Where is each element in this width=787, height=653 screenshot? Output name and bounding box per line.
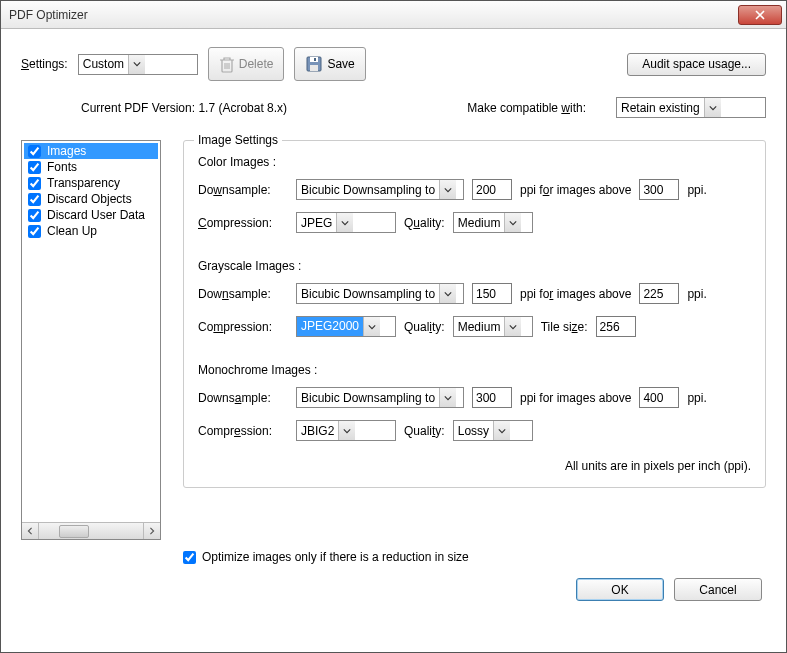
units-note: All units are in pixels per inch (ppi).: [198, 459, 751, 473]
sidebar-check-fonts[interactable]: [28, 161, 41, 174]
gray-quality-dropdown[interactable]: Medium: [453, 316, 533, 337]
window-title: PDF Optimizer: [9, 8, 738, 22]
delete-label: Delete: [239, 57, 274, 71]
color-compression-dropdown[interactable]: JPEG: [296, 212, 396, 233]
sidebar-check-discard-user-data[interactable]: [28, 209, 41, 222]
cancel-button[interactable]: Cancel: [674, 578, 762, 601]
gray-tile-input[interactable]: [596, 316, 636, 337]
gray-quality-label: Quality:: [404, 320, 445, 334]
ppi-text: ppi for images above: [520, 287, 631, 301]
gray-compression-dropdown[interactable]: JPEG2000: [296, 316, 396, 337]
svg-rect-2: [310, 65, 318, 71]
settings-dropdown[interactable]: Custom: [78, 54, 198, 75]
save-button[interactable]: Save: [294, 47, 365, 81]
gray-ppi-input[interactable]: [472, 283, 512, 304]
color-quality-label: Quality:: [404, 216, 445, 230]
sidebar-check-transparency[interactable]: [28, 177, 41, 190]
delete-button[interactable]: Delete: [208, 47, 285, 81]
dropdown-value: Medium: [454, 320, 505, 334]
sidebar-item-label: Images: [47, 144, 86, 158]
scroll-right-icon[interactable]: [143, 523, 160, 539]
ok-button[interactable]: OK: [576, 578, 664, 601]
compat-label: Make compatible with:: [467, 101, 586, 115]
gray-above-input[interactable]: [639, 283, 679, 304]
titlebar: PDF Optimizer: [1, 1, 786, 29]
mono-compression-label: Compression:: [198, 424, 288, 438]
chevron-down-icon: [704, 98, 721, 117]
gray-compression-label: Compression:: [198, 320, 288, 334]
close-icon: [755, 10, 765, 20]
color-quality-dropdown[interactable]: Medium: [453, 212, 533, 233]
settings-value: Custom: [79, 57, 128, 71]
close-button[interactable]: [738, 5, 782, 25]
dropdown-value: JBIG2: [297, 424, 338, 438]
scroll-thumb[interactable]: [59, 525, 89, 538]
ppi-suffix: ppi.: [687, 183, 706, 197]
chevron-down-icon: [338, 421, 355, 440]
audit-label: Audit space usage...: [642, 57, 751, 71]
dropdown-value: Medium: [454, 216, 505, 230]
dropdown-value: Bicubic Downsampling to: [297, 183, 439, 197]
dropdown-value: Lossy: [454, 424, 493, 438]
chevron-down-icon: [439, 388, 456, 407]
chevron-down-icon: [336, 213, 353, 232]
dropdown-value: JPEG: [297, 216, 336, 230]
sidebar-check-images[interactable]: [28, 145, 41, 158]
pdf-version-label: Current PDF Version: 1.7 (Acrobat 8.x): [81, 101, 287, 115]
chevron-down-icon: [439, 284, 456, 303]
content-area: Settings: Custom Delete Save Audit space…: [1, 29, 786, 652]
sidebar-check-clean-up[interactable]: [28, 225, 41, 238]
pdf-optimizer-window: PDF Optimizer Settings: Custom Delete Sa…: [0, 0, 787, 653]
trash-icon: [219, 55, 235, 73]
settings-label: Settings:: [21, 57, 68, 71]
optimize-only-reduction-checkbox[interactable]: [183, 551, 196, 564]
chevron-down-icon: [439, 180, 456, 199]
compat-value: Retain existing: [617, 101, 704, 115]
sidebar-item-label: Clean Up: [47, 224, 97, 238]
tile-size-label: Tile size:: [541, 320, 588, 334]
sidebar-item-label: Transparency: [47, 176, 120, 190]
category-list[interactable]: Images Fonts Transparency Discard Object…: [21, 140, 161, 540]
sidebar-item-discard-user-data[interactable]: Discard User Data: [24, 207, 158, 223]
color-above-input[interactable]: [639, 179, 679, 200]
sidebar-hscroll[interactable]: [22, 522, 160, 539]
chevron-down-icon: [363, 317, 380, 336]
sidebar-item-images[interactable]: Images: [24, 143, 158, 159]
color-compression-label: Compression:: [198, 216, 288, 230]
dropdown-value: Bicubic Downsampling to: [297, 391, 439, 405]
mono-downsample-dropdown[interactable]: Bicubic Downsampling to: [296, 387, 464, 408]
cancel-label: Cancel: [699, 583, 736, 597]
mono-quality-label: Quality:: [404, 424, 445, 438]
gray-downsample-dropdown[interactable]: Bicubic Downsampling to: [296, 283, 464, 304]
compat-dropdown[interactable]: Retain existing: [616, 97, 766, 118]
svg-rect-3: [314, 58, 316, 61]
sidebar-item-clean-up[interactable]: Clean Up: [24, 223, 158, 239]
mono-compression-dropdown[interactable]: JBIG2: [296, 420, 396, 441]
gray-images-title: Grayscale Images :: [198, 259, 751, 273]
sidebar-item-discard-objects[interactable]: Discard Objects: [24, 191, 158, 207]
color-downsample-label: Downsample:: [198, 183, 288, 197]
chevron-down-icon: [504, 213, 521, 232]
sidebar-item-fonts[interactable]: Fonts: [24, 159, 158, 175]
color-ppi-input[interactable]: [472, 179, 512, 200]
audit-button[interactable]: Audit space usage...: [627, 53, 766, 76]
sidebar-item-transparency[interactable]: Transparency: [24, 175, 158, 191]
sidebar-item-label: Discard User Data: [47, 208, 145, 222]
mono-above-input[interactable]: [639, 387, 679, 408]
mono-quality-dropdown[interactable]: Lossy: [453, 420, 533, 441]
panel-legend: Image Settings: [194, 133, 282, 147]
sidebar-item-label: Discard Objects: [47, 192, 132, 206]
mono-ppi-input[interactable]: [472, 387, 512, 408]
chevron-down-icon: [504, 317, 521, 336]
floppy-icon: [305, 55, 323, 73]
color-downsample-dropdown[interactable]: Bicubic Downsampling to: [296, 179, 464, 200]
scroll-left-icon[interactable]: [22, 523, 39, 539]
image-settings-panel: Image Settings Color Images : Downsample…: [183, 140, 766, 488]
mono-downsample-label: Downsample:: [198, 391, 288, 405]
gray-downsample-label: Downsample:: [198, 287, 288, 301]
ppi-text: ppi for images above: [520, 183, 631, 197]
sidebar-check-discard-objects[interactable]: [28, 193, 41, 206]
save-label: Save: [327, 57, 354, 71]
optimize-only-reduction-label: Optimize images only if there is a reduc…: [202, 550, 469, 564]
color-images-title: Color Images :: [198, 155, 751, 169]
